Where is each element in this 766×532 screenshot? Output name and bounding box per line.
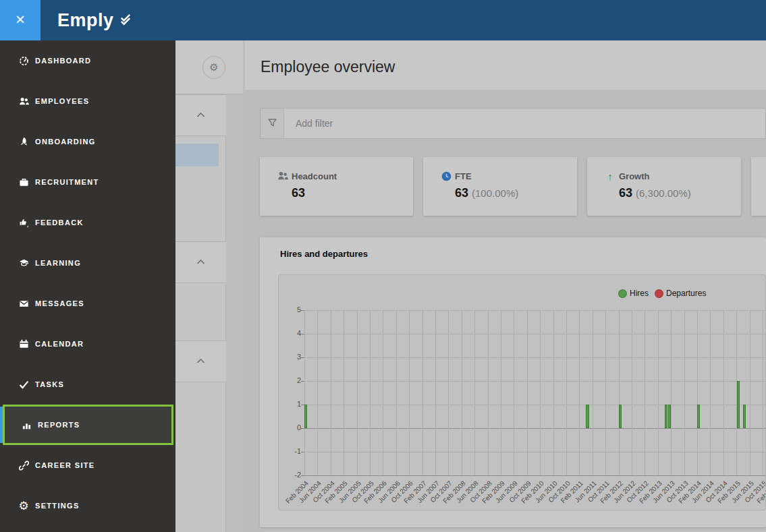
chart-legend: HiresDepartures [618, 289, 706, 298]
sidebar-item-career-site[interactable]: CAREER SITE [0, 445, 175, 485]
v-gridline [462, 310, 462, 475]
add-filter-input[interactable] [285, 109, 764, 138]
filter-bar [260, 108, 766, 139]
v-gridline [383, 310, 383, 475]
dashboard-icon [18, 55, 29, 66]
hires-departures-chart-card: Hires and departures HiresDepartures 543… [260, 237, 766, 527]
sidebar-item-label: FEEDBACK [35, 202, 84, 243]
v-gridline [409, 310, 410, 475]
sidebar-item-calendar[interactable]: CALENDAR [0, 324, 175, 364]
sidebar-item-employees[interactable]: EMPLOYEES [0, 81, 175, 121]
stat-card-extra: (100.00%) [472, 187, 518, 199]
sidebar-item-dashboard[interactable]: DASHBOARD [0, 40, 175, 81]
legend-label: Departures [666, 289, 706, 298]
legend-item-hires[interactable]: Hires [618, 289, 649, 298]
v-gridline [488, 310, 489, 475]
sidebar-item-messages[interactable]: MESSAGES [0, 283, 175, 324]
legend-dot [618, 289, 627, 298]
stat-card-partial [751, 157, 766, 216]
feedback-icon [18, 217, 29, 228]
v-gridline [579, 310, 580, 475]
page-title: Employee overview [261, 58, 395, 76]
stat-card-label: Growth [619, 171, 650, 181]
onboarding-icon [18, 136, 29, 147]
sidebar-item-reports[interactable]: REPORTS [3, 405, 173, 445]
y-axis-label: -1 [279, 447, 301, 455]
v-gridline [501, 310, 501, 475]
close-menu-button[interactable]: × [0, 0, 40, 40]
sidebar-item-label: CAREER SITE [35, 445, 94, 485]
emply-logo-icon [119, 12, 133, 29]
v-gridline [435, 310, 436, 475]
recruitment-icon [18, 177, 29, 187]
v-gridline [331, 310, 331, 475]
v-gridline [605, 310, 606, 475]
stat-card-growth: ↑Growth63(6,300.00%) [587, 157, 741, 216]
y-axis-label: 0 [279, 423, 301, 432]
sidebar-item-label: DASHBOARD [35, 40, 91, 81]
clock-icon [441, 171, 452, 181]
sidebar-item-label: MESSAGES [35, 283, 84, 324]
v-gridline [553, 310, 554, 475]
sidebar-item-settings[interactable]: ⚙SETTINGS [0, 485, 175, 526]
stat-card-value: 63 [292, 186, 305, 200]
v-gridline [422, 310, 423, 475]
v-gridline [632, 310, 632, 475]
arrow-up-icon: ↑ [605, 171, 615, 181]
sidebar-nav: DASHBOARDEMPLOYEESONBOARDINGRECRUITMENTF… [0, 40, 175, 532]
stat-card-label: Headcount [292, 171, 337, 181]
y-axis-label: 5 [279, 305, 301, 314]
stat-card-headcount: Headcount63 [260, 157, 413, 216]
v-gridline [566, 310, 567, 475]
v-gridline [344, 310, 344, 475]
chart-plot-area: HiresDepartures 543210-1-2Feb 2004Jun 20… [278, 274, 766, 510]
v-gridline [658, 310, 659, 475]
panel-selected-item[interactable] [175, 144, 219, 167]
v-gridline [448, 310, 449, 475]
legend-item-departures[interactable]: Departures [655, 289, 706, 298]
close-icon: × [16, 10, 25, 28]
panel-settings-button[interactable]: ⚙ [202, 56, 225, 79]
people-icon [277, 171, 288, 181]
v-gridline [750, 310, 750, 475]
h-gridline [304, 405, 765, 405]
funnel-icon [268, 117, 277, 129]
panel-toolbar: ⚙ [175, 40, 243, 94]
panel-section-collapse-2[interactable] [175, 241, 226, 283]
sidebar-item-label: RECRUITMENT [35, 162, 99, 202]
panel-section-collapse-1[interactable] [175, 94, 226, 136]
sidebar-item-label: EMPLOYEES [35, 81, 89, 121]
sidebar-item-tasks[interactable]: TASKS [0, 364, 175, 405]
chevron-up-icon [196, 355, 206, 367]
sidebar-item-label: SETTINGS [35, 485, 80, 526]
stat-card-value: 63 [619, 186, 632, 200]
sidebar-item-recruitment[interactable]: RECRUITMENT [0, 162, 175, 202]
filter-funnel-button[interactable] [261, 109, 284, 138]
stat-card-fte: FTE63(100.00%) [423, 157, 577, 216]
chevron-up-icon [196, 109, 206, 121]
v-gridline [370, 310, 371, 475]
page-header: Employee overview [245, 40, 766, 90]
hires-bar-Feb-2004 [304, 405, 307, 428]
sidebar-item-feedback[interactable]: FEEDBACK [0, 202, 175, 243]
v-gridline [710, 310, 711, 475]
gear-icon: ⚙ [209, 61, 218, 73]
hires-bar-Feb-2012 [619, 405, 622, 428]
sidebar-item-learning[interactable]: LEARNING [0, 243, 175, 283]
sidebar-item-label: CALENDAR [35, 324, 84, 364]
calendar-icon [18, 338, 29, 349]
panel-section-collapse-3[interactable] [175, 341, 226, 382]
v-gridline [540, 310, 541, 475]
hires-bar-Feb-2015 [737, 381, 740, 428]
sidebar-item-label: LEARNING [35, 243, 81, 283]
chevron-up-icon [196, 256, 206, 268]
v-gridline [697, 310, 698, 475]
hires-bar-Apr-2015 [743, 405, 746, 428]
y-axis-label: -2 [279, 471, 301, 479]
v-gridline [396, 310, 397, 475]
legend-dot [655, 289, 663, 298]
hires-bar-Feb-2014 [697, 405, 700, 428]
logo-text: Emply [57, 10, 114, 31]
sidebar-item-onboarding[interactable]: ONBOARDING [0, 121, 175, 162]
h-gridline [304, 310, 765, 311]
